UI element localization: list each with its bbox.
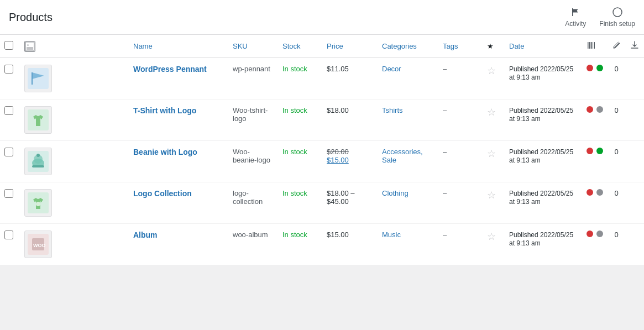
- row-name-cell: Logo Collection: [129, 182, 228, 224]
- row-price-cell: $15.00: [322, 224, 378, 265]
- row-status-cell: [582, 58, 608, 99]
- categories-header[interactable]: Categories: [378, 35, 438, 58]
- status-dot-2: [596, 189, 603, 196]
- featured-star[interactable]: ☆: [487, 148, 496, 159]
- barcode-header-icon: [587, 40, 596, 50]
- status-dot-1: [587, 148, 593, 154]
- row-checkbox[interactable]: [4, 106, 13, 115]
- sku-header[interactable]: SKU: [228, 35, 278, 58]
- svg-point-17: [36, 154, 40, 157]
- row-price-cell: $18.00 – $45.00: [322, 182, 378, 224]
- row-featured-cell: ☆: [483, 99, 505, 141]
- row-checkbox-cell: [0, 99, 20, 141]
- row-checkbox-cell: [0, 224, 20, 265]
- activity-label: Activity: [565, 20, 586, 28]
- row-status-cell: [582, 99, 608, 141]
- thumb-logo-icon: [28, 192, 49, 213]
- featured-star[interactable]: ☆: [487, 190, 496, 201]
- table-row: WOO Album woo-album In stock $15.00 Musi…: [0, 224, 644, 265]
- row-checkbox[interactable]: [4, 231, 13, 239]
- product-name-link[interactable]: Logo Collection: [133, 189, 192, 198]
- category-link[interactable]: Decor: [382, 65, 401, 73]
- circle-icon: [612, 7, 623, 18]
- svg-rect-5: [589, 42, 590, 49]
- category-link[interactable]: Tshirts: [382, 106, 403, 114]
- products-tbody: WordPress Pennant wp-pennant In stock $1…: [0, 58, 644, 265]
- status-dot-2: [596, 106, 603, 113]
- row-thumb-cell: [20, 99, 129, 141]
- main-content: Name SKU Stock Price Categories Tags ★: [0, 35, 644, 265]
- category-link[interactable]: Accessories, Sale: [382, 148, 423, 164]
- row-date-cell: Published 2022/05/25 at 9:13 am: [505, 141, 582, 182]
- row-checkbox[interactable]: [4, 65, 13, 74]
- row-status-cell: [582, 182, 608, 224]
- featured-star[interactable]: ☆: [487, 231, 496, 242]
- category-link[interactable]: Clothing: [382, 189, 409, 197]
- row-sku-cell: Woo-beanie-logo: [228, 141, 278, 182]
- row-checkbox[interactable]: [4, 148, 13, 156]
- flag-icon: [570, 7, 581, 18]
- row-sku-cell: woo-album: [228, 224, 278, 265]
- select-all-checkbox[interactable]: [4, 41, 13, 50]
- row-stock-cell: In stock: [278, 99, 322, 141]
- publish-date: Published 2022/05/25 at 9:13 am: [509, 231, 573, 247]
- product-name-link[interactable]: WordPress Pennant: [133, 65, 207, 74]
- svg-point-3: [27, 44, 29, 46]
- row-categories-cell: Accessories, Sale: [378, 141, 438, 182]
- row-name-cell: T-Shirt with Logo: [129, 99, 228, 141]
- row-name-cell: Album: [129, 224, 228, 265]
- tags-header[interactable]: Tags: [438, 35, 483, 58]
- price-header[interactable]: Price: [322, 35, 378, 58]
- row-categories-cell: Clothing: [378, 182, 438, 224]
- thumb-beanie-icon: [28, 151, 49, 172]
- product-thumbnail: [24, 189, 52, 217]
- row-featured-cell: ☆: [483, 141, 505, 182]
- featured-star[interactable]: ☆: [487, 107, 496, 118]
- row-name-cell: WordPress Pennant: [129, 58, 228, 99]
- row-checkbox-cell: [0, 182, 20, 224]
- image-header-icon: [24, 41, 35, 52]
- status-dot-2: [596, 148, 603, 154]
- publish-date: Published 2022/05/25 at 9:13 am: [509, 65, 573, 81]
- svg-rect-11: [32, 72, 33, 85]
- product-name-link[interactable]: Album: [133, 231, 158, 239]
- svg-text:WOO: WOO: [33, 243, 46, 248]
- row-status-cell: [582, 141, 608, 182]
- stock-status: In stock: [282, 189, 307, 197]
- publish-date: Published 2022/05/25 at 9:13 am: [509, 107, 573, 123]
- finish-setup-button[interactable]: Finish setup: [599, 7, 635, 28]
- featured-header[interactable]: ★: [483, 35, 505, 58]
- date-header[interactable]: Date: [505, 35, 582, 58]
- page-title: Products: [9, 11, 53, 24]
- status-dot-1: [587, 189, 593, 196]
- name-header[interactable]: Name: [129, 35, 228, 58]
- row-stock-cell: In stock: [278, 141, 322, 182]
- svg-rect-2: [27, 47, 33, 50]
- tags-value: –: [443, 106, 447, 114]
- activity-button[interactable]: Activity: [565, 7, 586, 28]
- svg-rect-6: [591, 42, 592, 49]
- top-bar-actions: Activity Finish setup: [565, 7, 635, 28]
- thumb-album-icon: WOO: [28, 234, 49, 255]
- svg-rect-15: [32, 165, 44, 167]
- svg-point-0: [613, 8, 622, 17]
- stock-header[interactable]: Stock: [278, 35, 322, 58]
- table-row: WordPress Pennant wp-pennant In stock $1…: [0, 58, 644, 99]
- row-sku-cell: logo-collection: [228, 182, 278, 224]
- tags-value: –: [443, 148, 447, 156]
- table-row: Beanie with Logo Woo-beanie-logo In stoc…: [0, 141, 644, 182]
- stock-status: In stock: [282, 231, 307, 239]
- stock-status: In stock: [282, 65, 307, 73]
- svg-rect-9: [28, 68, 49, 89]
- row-checkbox[interactable]: [4, 189, 13, 198]
- featured-star[interactable]: ☆: [487, 65, 496, 76]
- stock-status: In stock: [282, 148, 307, 156]
- category-link[interactable]: Music: [382, 231, 401, 239]
- table-header-row: Name SKU Stock Price Categories Tags ★: [0, 35, 644, 58]
- stock-status: In stock: [282, 106, 307, 114]
- product-name-link[interactable]: Beanie with Logo: [133, 148, 197, 156]
- pencil-header: [608, 35, 625, 58]
- product-name-link[interactable]: T-Shirt with Logo: [133, 106, 196, 115]
- row-name-cell: Beanie with Logo: [129, 141, 228, 182]
- publish-date: Published 2022/05/25 at 9:13 am: [509, 190, 573, 206]
